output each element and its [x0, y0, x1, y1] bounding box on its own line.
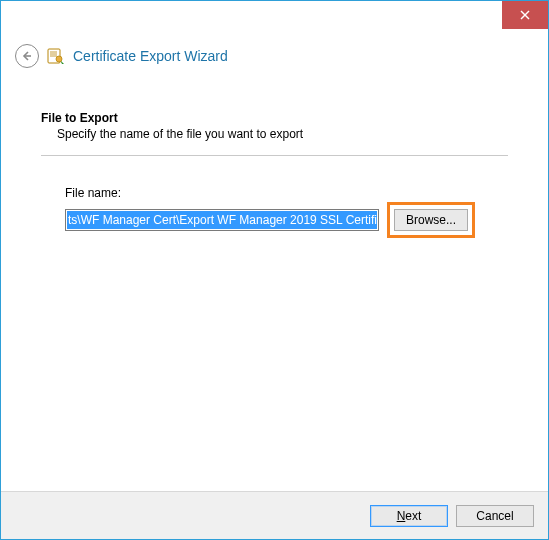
- file-name-label: File name:: [65, 186, 508, 200]
- section-subtitle: Specify the name of the file you want to…: [57, 127, 508, 141]
- file-field-row: ts\WF Manager Cert\Export WF Manager 201…: [65, 202, 508, 238]
- section-heading: File to Export: [41, 111, 508, 125]
- divider: [41, 155, 508, 156]
- wizard-title: Certificate Export Wizard: [73, 48, 228, 64]
- file-name-input[interactable]: [65, 209, 379, 231]
- wizard-body: File to Export Specify the name of the f…: [1, 83, 548, 491]
- wizard-footer: Next Cancel: [1, 491, 548, 539]
- close-icon: [520, 10, 530, 20]
- file-field-block: File name: ts\WF Manager Cert\Export WF …: [65, 186, 508, 238]
- wizard-window: Certificate Export Wizard File to Export…: [0, 0, 549, 540]
- back-button[interactable]: [15, 44, 39, 68]
- close-button[interactable]: [502, 1, 548, 29]
- browse-highlight: Browse...: [387, 202, 475, 238]
- next-rest: ext: [405, 509, 421, 523]
- browse-button[interactable]: Browse...: [394, 209, 468, 231]
- cancel-button[interactable]: Cancel: [456, 505, 534, 527]
- back-arrow-icon: [21, 50, 33, 62]
- file-name-input-wrap[interactable]: ts\WF Manager Cert\Export WF Manager 201…: [65, 209, 379, 231]
- certificate-icon: [47, 47, 65, 65]
- wizard-header: Certificate Export Wizard: [1, 29, 548, 83]
- titlebar: [1, 1, 548, 29]
- next-button[interactable]: Next: [370, 505, 448, 527]
